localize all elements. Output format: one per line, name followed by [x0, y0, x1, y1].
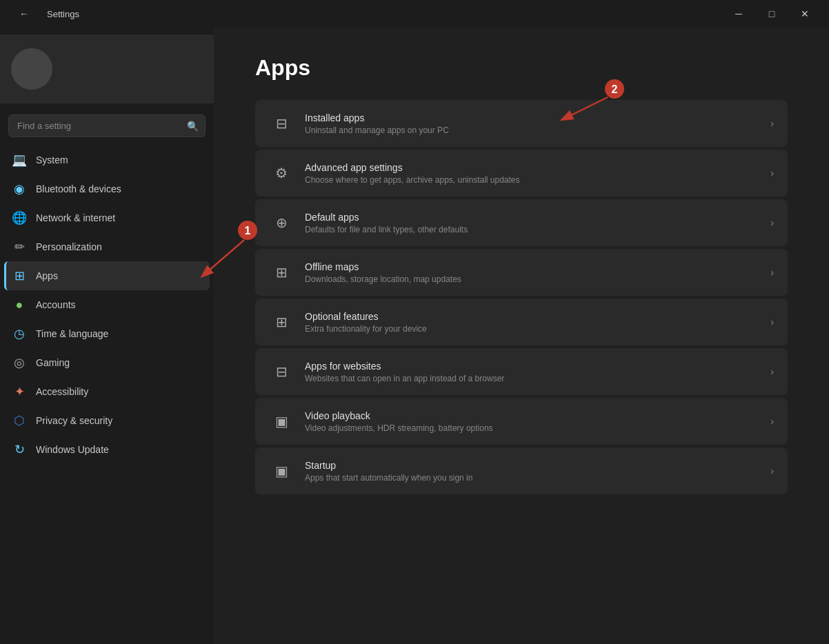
advanced-app-settings-description: Choose where to get apps, archive apps, …	[305, 175, 759, 185]
optional-features-icon: ⊞	[269, 310, 294, 334]
chevron-right-icon: ›	[770, 118, 774, 129]
optional-features-text: Optional features Extra functionality fo…	[305, 311, 759, 334]
page-title: Apps	[255, 55, 788, 81]
sidebar-item-label: Bluetooth & devices	[36, 183, 121, 194]
settings-item-default-apps[interactable]: ⊕ Default apps Defaults for file and lin…	[255, 199, 788, 246]
settings-item-apps-for-websites[interactable]: ⊟ Apps for websites Websites that can op…	[255, 348, 788, 395]
sidebar-item-network[interactable]: 🌐 Network & internet	[4, 203, 210, 232]
search-bar: 🔍	[8, 114, 206, 137]
chevron-right-icon: ›	[770, 217, 774, 228]
titlebar-left: ← Settings	[8, 3, 79, 25]
startup-text: Startup Apps that start automatically wh…	[305, 460, 759, 483]
sidebar-item-label: Accessibility	[36, 386, 88, 397]
settings-item-startup[interactable]: ▣ Startup Apps that start automatically …	[255, 447, 788, 494]
sidebar-item-label: Accounts	[36, 299, 76, 310]
apps-for-websites-text: Apps for websites Websites that can open…	[305, 361, 759, 383]
sidebar-item-label: Personalization	[36, 241, 102, 252]
sidebar-item-bluetooth[interactable]: ◉ Bluetooth & devices	[4, 174, 210, 203]
close-button[interactable]: ✕	[789, 3, 821, 25]
sidebar-item-time[interactable]: ◷ Time & language	[4, 319, 210, 348]
avatar	[11, 48, 52, 90]
default-apps-title: Default apps	[305, 212, 759, 223]
user-avatar-area	[0, 34, 214, 103]
offline-maps-title: Offline maps	[305, 261, 759, 272]
settings-item-video-playback[interactable]: ▣ Video playback Video adjustments, HDR …	[255, 398, 788, 445]
settings-item-optional-features[interactable]: ⊞ Optional features Extra functionality …	[255, 299, 788, 345]
sidebar-item-accounts[interactable]: ● Accounts	[4, 290, 210, 319]
time-icon: ◷	[12, 327, 26, 341]
apps-for-websites-description: Websites that can open in an app instead…	[305, 374, 759, 383]
settings-window: ← Settings ─ □ ✕ 🔍 💻 System ◉ Bluetooth …	[0, 0, 829, 644]
advanced-app-settings-icon: ⚙	[269, 161, 294, 185]
titlebar-controls: ─ □ ✕	[723, 3, 821, 25]
sidebar: 🔍 💻 System ◉ Bluetooth & devices 🌐 Netwo…	[0, 28, 214, 644]
sidebar-item-personalization[interactable]: ✏ Personalization	[4, 232, 210, 261]
video-playback-text: Video playback Video adjustments, HDR st…	[305, 410, 759, 433]
sidebar-item-accessibility[interactable]: ✦ Accessibility	[4, 377, 210, 406]
installed-apps-icon: ⊟	[269, 111, 294, 136]
accessibility-icon: ✦	[12, 385, 26, 399]
bluetooth-icon: ◉	[12, 182, 26, 196]
minimize-button[interactable]: ─	[723, 3, 755, 25]
video-playback-description: Video adjustments, HDR streaming, batter…	[305, 423, 759, 433]
advanced-app-settings-text: Advanced app settings Choose where to ge…	[305, 162, 759, 185]
content-area: 🔍 💻 System ◉ Bluetooth & devices 🌐 Netwo…	[0, 28, 829, 644]
main-content: Apps ⊟ Installed apps Uninstall and mana…	[214, 28, 829, 644]
installed-apps-title: Installed apps	[305, 112, 759, 123]
default-apps-description: Defaults for file and link types, other …	[305, 225, 759, 234]
sidebar-item-label: Gaming	[36, 357, 70, 368]
sidebar-item-label: Windows Update	[36, 444, 109, 455]
apps-for-websites-title: Apps for websites	[305, 361, 759, 372]
network-icon: 🌐	[12, 211, 26, 225]
settings-item-advanced-app-settings[interactable]: ⚙ Advanced app settings Choose where to …	[255, 150, 788, 197]
offline-maps-icon: ⊞	[269, 260, 294, 285]
installed-apps-text: Installed apps Uninstall and manage apps…	[305, 112, 759, 135]
nav-list: 💻 System ◉ Bluetooth & devices 🌐 Network…	[0, 145, 214, 644]
settings-item-offline-maps[interactable]: ⊞ Offline maps Downloads, storage locati…	[255, 249, 788, 296]
default-apps-text: Default apps Defaults for file and link …	[305, 212, 759, 234]
chevron-right-icon: ›	[770, 366, 774, 377]
search-icon: 🔍	[187, 121, 199, 132]
settings-item-installed-apps[interactable]: ⊟ Installed apps Uninstall and manage ap…	[255, 100, 788, 147]
apps-icon: ⊞	[12, 269, 26, 283]
gaming-icon: ◎	[12, 356, 26, 370]
titlebar-title: Settings	[47, 9, 79, 19]
titlebar: ← Settings ─ □ ✕	[0, 0, 829, 28]
chevron-right-icon: ›	[770, 416, 774, 427]
maximize-button[interactable]: □	[756, 3, 788, 25]
installed-apps-description: Uninstall and manage apps on your PC	[305, 125, 759, 135]
sidebar-item-label: Privacy & security	[36, 415, 112, 426]
sidebar-item-label: Network & internet	[36, 212, 115, 223]
sidebar-item-label: Time & language	[36, 328, 108, 339]
update-icon: ↻	[12, 443, 26, 456]
startup-title: Startup	[305, 460, 759, 471]
sidebar-item-gaming[interactable]: ◎ Gaming	[4, 348, 210, 377]
offline-maps-description: Downloads, storage location, map updates	[305, 274, 759, 284]
sidebar-item-apps[interactable]: ⊞ Apps	[4, 261, 210, 290]
sidebar-item-privacy[interactable]: ⬡ Privacy & security	[4, 406, 210, 435]
video-playback-icon: ▣	[269, 409, 294, 434]
personalization-icon: ✏	[12, 240, 26, 254]
search-input[interactable]	[8, 114, 206, 137]
chevron-right-icon: ›	[770, 168, 774, 179]
chevron-right-icon: ›	[770, 316, 774, 328]
sidebar-item-system[interactable]: 💻 System	[4, 145, 210, 174]
advanced-app-settings-title: Advanced app settings	[305, 162, 759, 173]
offline-maps-text: Offline maps Downloads, storage location…	[305, 261, 759, 284]
startup-description: Apps that start automatically when you s…	[305, 473, 759, 483]
default-apps-icon: ⊕	[269, 210, 294, 235]
back-button[interactable]: ←	[8, 3, 40, 25]
privacy-icon: ⬡	[12, 414, 26, 427]
system-icon: 💻	[12, 153, 26, 167]
apps-for-websites-icon: ⊟	[269, 359, 294, 384]
startup-icon: ▣	[269, 459, 294, 483]
video-playback-title: Video playback	[305, 410, 759, 421]
sidebar-item-label: Apps	[36, 270, 58, 281]
chevron-right-icon: ›	[770, 465, 774, 476]
sidebar-item-update[interactable]: ↻ Windows Update	[4, 435, 210, 464]
chevron-right-icon: ›	[770, 267, 774, 278]
accounts-icon: ●	[12, 298, 26, 312]
optional-features-description: Extra functionality for your device	[305, 324, 759, 334]
settings-list: ⊟ Installed apps Uninstall and manage ap…	[255, 100, 788, 494]
sidebar-item-label: System	[36, 154, 68, 165]
